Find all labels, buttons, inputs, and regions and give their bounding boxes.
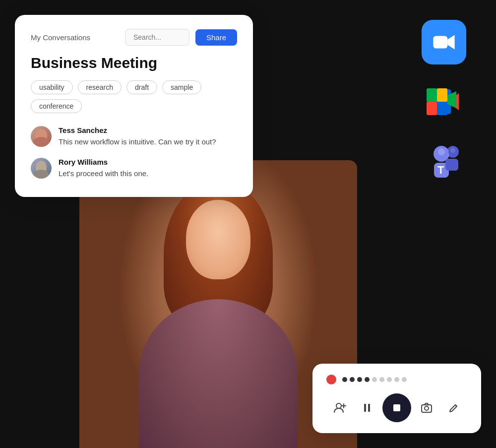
svg-point-19 — [450, 148, 455, 153]
avatar-rory — [31, 158, 52, 179]
conversation-card: My Conversations Share Business Meeting … — [15, 15, 253, 197]
svg-rect-14 — [445, 159, 458, 171]
google-meet-icon[interactable] — [422, 79, 466, 124]
face-tess — [31, 126, 52, 147]
level-bars — [342, 377, 407, 382]
tag-research[interactable]: research — [78, 80, 122, 94]
edit-button[interactable] — [442, 396, 465, 419]
stop-icon — [390, 401, 403, 414]
face-rory — [31, 158, 52, 179]
svg-rect-25 — [393, 404, 400, 411]
pause-button[interactable] — [356, 396, 378, 419]
bar-1 — [342, 377, 347, 382]
messages-list: Tess Sanchez This new workflow is intuit… — [31, 126, 237, 179]
recording-card — [312, 364, 481, 433]
body — [139, 299, 298, 448]
svg-rect-24 — [368, 404, 370, 412]
zoom-icon-svg — [431, 29, 457, 56]
recording-controls — [326, 393, 467, 422]
face — [186, 200, 250, 279]
bar-6 — [379, 377, 384, 382]
search-input[interactable] — [125, 29, 189, 46]
svg-rect-7 — [437, 88, 447, 102]
svg-rect-6 — [427, 88, 437, 102]
edit-icon — [448, 402, 460, 414]
tag-conference[interactable]: conference — [31, 99, 82, 113]
tag-draft[interactable]: draft — [126, 80, 157, 94]
sender-tess: Tess Sanchez — [59, 126, 216, 134]
message-text-rory: Let's proceed with this one. — [59, 168, 148, 180]
card-header: My Conversations Share — [31, 29, 237, 46]
pause-icon — [361, 402, 373, 414]
app-icons-container: T — [422, 20, 466, 184]
avatar-tess — [31, 126, 52, 147]
svg-point-27 — [425, 406, 429, 410]
svg-rect-8 — [427, 102, 437, 115]
recording-dot — [326, 375, 336, 384]
bar-5 — [372, 377, 377, 382]
bar-2 — [350, 377, 355, 382]
tags-list: usability research draft sample conferen… — [31, 80, 237, 113]
bar-9 — [402, 377, 407, 382]
svg-point-20 — [336, 403, 341, 408]
svg-rect-9 — [437, 102, 447, 115]
tag-sample[interactable]: sample — [162, 80, 201, 94]
message-text-tess: This new workflow is intuitive. Can we t… — [59, 136, 216, 148]
zoom-icon[interactable] — [422, 20, 466, 64]
bar-7 — [387, 377, 392, 382]
sender-rory: Rory Williams — [59, 158, 148, 166]
svg-point-18 — [438, 148, 445, 155]
meeting-title: Business Meeting — [31, 55, 237, 71]
conversations-label: My Conversations — [31, 33, 90, 42]
svg-rect-23 — [364, 404, 366, 412]
add-participant-button[interactable] — [328, 396, 351, 419]
header-actions: Share — [125, 29, 237, 46]
message-tess: Tess Sanchez This new workflow is intuit… — [31, 126, 237, 148]
bar-3 — [357, 377, 362, 382]
microsoft-teams-icon[interactable]: T — [422, 139, 466, 184]
bar-8 — [394, 377, 399, 382]
microsoft-teams-icon-svg: T — [424, 143, 464, 180]
share-button[interactable]: Share — [195, 29, 237, 46]
message-rory: Rory Williams Let's proceed with this on… — [31, 158, 237, 180]
svg-text:T: T — [437, 164, 444, 176]
recording-indicator — [326, 375, 467, 384]
message-content-tess: Tess Sanchez This new workflow is intuit… — [59, 126, 216, 148]
bar-4 — [365, 377, 370, 382]
svg-rect-0 — [433, 36, 447, 48]
stop-button[interactable] — [382, 393, 411, 422]
camera-icon — [420, 401, 433, 414]
screenshot-button[interactable] — [415, 396, 438, 419]
add-participant-icon — [333, 401, 346, 414]
message-content-rory: Rory Williams Let's proceed with this on… — [59, 158, 148, 180]
google-meet-icon-svg — [424, 84, 464, 119]
tag-usability[interactable]: usability — [31, 80, 73, 94]
